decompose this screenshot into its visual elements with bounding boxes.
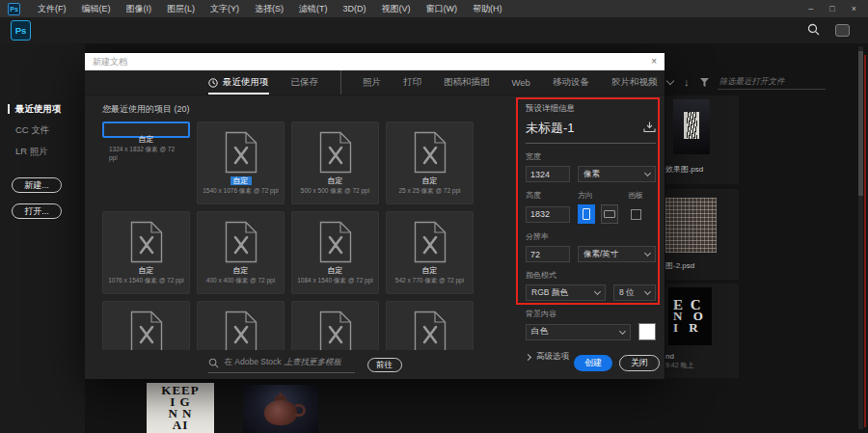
dialog-tab[interactable]: 移动设备 <box>553 70 589 95</box>
tab-label: 照片 <box>363 76 381 89</box>
dialog-tab[interactable]: 已保存 <box>291 70 319 95</box>
document-preset-tile[interactable]: 自定 25 x 25 像素 @ 72 ppi <box>386 122 474 204</box>
workspace-icon[interactable] <box>835 24 850 37</box>
go-button[interactable]: 前往 <box>367 358 402 372</box>
open-button[interactable]: 打开... <box>12 203 62 219</box>
recent-file-card[interactable]: 效果图.psd <box>665 95 739 184</box>
width-input[interactable] <box>526 166 570 182</box>
document-preset-tile[interactable]: 自定 400 x 400 像素 @ 72 ppi <box>197 211 285 294</box>
tile-name: 自定 <box>139 135 154 144</box>
menu-item[interactable]: 滤镜(T) <box>291 0 336 17</box>
chevron-down-icon <box>644 250 651 257</box>
tab-label: 已保存 <box>291 76 319 89</box>
tile-dimensions: 1324 x 1832 像素 @ 72 ppi <box>109 146 183 161</box>
close-button[interactable]: 关闭 <box>619 355 660 371</box>
document-preset-tile[interactable] <box>197 301 285 350</box>
home-tab-ps-logo[interactable]: Ps <box>11 20 31 41</box>
dialog-tab[interactable]: 胶片和视频 <box>611 70 658 95</box>
menu-item[interactable]: 文件(F) <box>30 0 74 17</box>
document-preset-tile[interactable]: 自定 500 x 500 像素 @ 72 ppi <box>291 122 379 204</box>
background-contents-dropdown[interactable]: 白色 <box>526 324 631 340</box>
tile-name: 自定 <box>233 266 249 275</box>
height-input[interactable] <box>526 206 570 223</box>
tile-dimensions: 1540 x 1076 像素 @ 72 ppi <box>203 187 279 196</box>
orientation-portrait-button[interactable] <box>578 204 595 224</box>
scrollbar-thumb[interactable] <box>858 51 863 196</box>
recent-file-thumbnail-teapot[interactable] <box>243 385 318 433</box>
create-button[interactable]: 创建 <box>574 355 612 371</box>
dialog-title: 新建文档 <box>93 56 127 68</box>
document-preset-tile[interactable] <box>291 301 379 350</box>
tab-label: Web <box>512 77 530 88</box>
document-icon <box>319 221 352 263</box>
dialog-tab[interactable]: Web <box>512 70 530 95</box>
dialog-tab[interactable]: 最近使用项 <box>208 70 269 95</box>
recent-file-card[interactable]: 图-2.psd <box>665 189 739 280</box>
portrait-icon <box>583 208 590 220</box>
dialog-tab[interactable]: 照片 <box>340 70 381 95</box>
minimize-icon[interactable]: – <box>808 4 813 14</box>
menu-item[interactable]: 图层(L) <box>159 0 203 17</box>
document-preset-tile[interactable]: 自定 1540 x 1076 像素 @ 72 ppi <box>197 122 285 204</box>
chevron-down-icon <box>594 288 601 295</box>
recent-file-thumbnail-typography[interactable]: KEEPI GN NAI <box>147 383 214 433</box>
menu-item[interactable]: 帮助(H) <box>465 0 510 17</box>
app-bar: Ps <box>0 17 868 43</box>
dialog-tab[interactable]: 图稿和插图 <box>444 70 490 95</box>
resolution-unit-dropdown[interactable]: 像素/英寸 <box>578 246 656 262</box>
close-window-icon[interactable]: × <box>852 4 856 14</box>
stock-search-field[interactable]: 在 Adobe Stock上查找更多模板 <box>208 357 355 373</box>
menu-item[interactable]: 编辑(E) <box>74 0 119 17</box>
tile-name: 自定 <box>231 176 252 185</box>
color-mode-dropdown[interactable]: RGB 颜色 <box>526 284 606 301</box>
maximize-icon[interactable]: □ <box>829 4 834 14</box>
tile-dimensions: 1076 x 1540 像素 @ 72 ppi <box>108 277 184 285</box>
menu-item[interactable]: 3D(D) <box>336 0 374 17</box>
filter-funnel-icon[interactable] <box>700 73 709 91</box>
dialog-tab[interactable]: 打印 <box>403 70 421 95</box>
new-button[interactable]: 新建... <box>12 177 62 193</box>
bit-depth-dropdown[interactable]: 8 位 <box>613 284 656 301</box>
document-preset-tile[interactable]: 自定 542 x 770 像素 @ 72 ppi <box>386 211 474 294</box>
orientation-landscape-button[interactable] <box>601 204 618 224</box>
search-icon[interactable] <box>807 22 820 40</box>
sort-chevron-down-icon[interactable] <box>666 76 674 84</box>
menu-item[interactable]: 文字(Y) <box>203 0 247 17</box>
document-preset-tile[interactable]: 自定 1324 x 1832 像素 @ 72 ppi <box>102 122 190 138</box>
tile-dimensions: 500 x 500 像素 @ 72 ppi <box>301 187 369 196</box>
document-preset-tile[interactable]: 自定 1076 x 1540 像素 @ 72 ppi <box>102 211 190 294</box>
dialog-close-icon[interactable]: × <box>651 57 657 67</box>
tile-dimensions: 400 x 400 像素 @ 72 ppi <box>206 277 275 285</box>
background-contents-label: 背景内容 <box>526 309 656 319</box>
file-thumbnail <box>665 198 717 253</box>
document-icon <box>319 311 352 350</box>
file-name: nd <box>665 352 674 361</box>
menu-item[interactable]: 窗口(W) <box>419 0 466 17</box>
menu-item[interactable]: 选择(S) <box>247 0 291 17</box>
artboard-checkbox[interactable] <box>631 209 641 220</box>
resolution-input[interactable] <box>526 246 570 262</box>
scrollbar[interactable] <box>858 46 863 429</box>
filter-underline <box>718 89 826 90</box>
menu-items: 文件(F)编辑(E)图像(I)图层(L)文字(Y)选择(S)滤镜(T)3D(D)… <box>30 0 510 17</box>
chevron-right-icon <box>525 353 531 360</box>
document-preset-tile[interactable] <box>102 301 190 350</box>
unit-dropdown[interactable]: 像素 <box>578 166 656 182</box>
filter-recent-files-label[interactable]: 筛选最近打开文件 <box>719 76 785 88</box>
recent-file-card[interactable]: E CN OI R nd 9:42 晚上 <box>665 284 739 378</box>
sort-arrow-down-icon[interactable]: ↓ <box>684 77 690 87</box>
document-name-input[interactable]: 未标题-1 <box>526 120 643 137</box>
clock-icon <box>208 78 218 88</box>
sidebar-item[interactable]: CC 文件 <box>15 124 85 137</box>
recent-items-section: 您最近使用的项目 (20) 自定 1324 x 1832 像素 @ 72 ppi <box>85 95 518 379</box>
background-color-swatch[interactable] <box>638 323 656 340</box>
document-preset-tile[interactable] <box>386 301 474 350</box>
tile-dimensions: 25 x 25 像素 @ 72 ppi <box>398 187 460 196</box>
menu-item[interactable]: 视图(V) <box>374 0 419 17</box>
menu-item[interactable]: 图像(I) <box>119 0 160 17</box>
save-preset-icon[interactable] <box>643 120 656 137</box>
sidebar-item[interactable]: LR 照片 <box>15 146 85 158</box>
document-icon <box>414 221 447 263</box>
sidebar-item[interactable]: 最近使用项 <box>15 103 85 116</box>
document-preset-tile[interactable]: 自定 1084 x 1540 像素 @ 72 ppi <box>291 211 379 294</box>
